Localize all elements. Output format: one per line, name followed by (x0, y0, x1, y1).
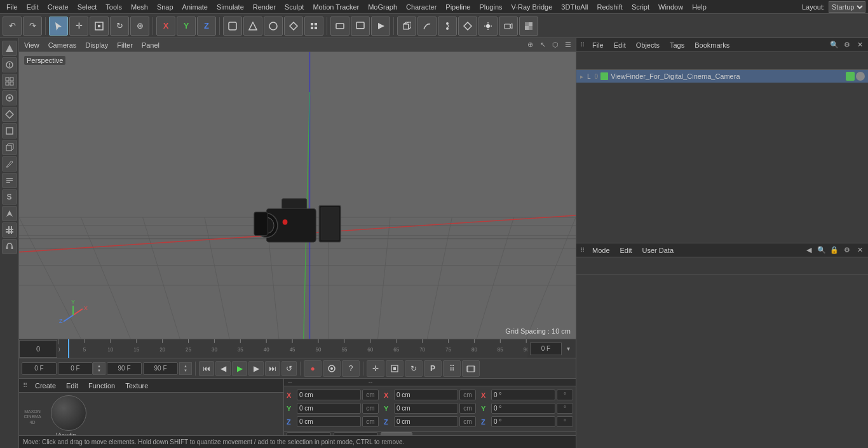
menu-simulate[interactable]: Simulate (213, 2, 248, 12)
coord-x2-input[interactable]: 0 cm (394, 390, 458, 400)
coord-z-unit[interactable]: cm (362, 416, 379, 427)
render-view-button[interactable] (330, 17, 349, 36)
sidebar-btn-magnet[interactable] (2, 239, 17, 254)
attr-settings-icon[interactable]: ⚙ (842, 245, 852, 255)
vertex-mode-button[interactable] (304, 17, 323, 36)
vp-icon-3[interactable]: ⬡ (550, 40, 560, 50)
coord-rx-unit[interactable]: ° (557, 390, 573, 400)
end-frame-spinner[interactable]: ▲ ▼ (179, 362, 192, 375)
obj-vis-green[interactable] (846, 72, 855, 81)
attr-nav-prev[interactable]: ◀ (804, 245, 814, 255)
sidebar-btn-2[interactable] (2, 57, 17, 72)
help-button[interactable]: ? (342, 360, 360, 377)
redo-button[interactable]: ↷ (23, 17, 42, 36)
checker-button[interactable] (519, 17, 538, 36)
attr-menu-edit[interactable]: Edit (618, 245, 635, 255)
menu-redshift[interactable]: Redshift (593, 2, 627, 12)
coord-z-input[interactable]: 0 cm (297, 416, 361, 427)
menu-motion-tracker[interactable]: Motion Tracker (309, 2, 363, 12)
axis-y-button[interactable]: Y (177, 17, 196, 36)
coord-rz-unit[interactable]: ° (557, 416, 573, 427)
menu-file[interactable]: File (3, 2, 22, 12)
attr-close-icon[interactable]: ✕ (855, 245, 865, 255)
coord-x2-unit[interactable]: cm (459, 390, 476, 400)
vp-menu-panel[interactable]: Panel (139, 40, 162, 50)
menu-pipeline[interactable]: Pipeline (442, 2, 474, 12)
record-button[interactable]: ● (304, 360, 322, 377)
next-frame-button[interactable]: ▶ (248, 361, 264, 376)
menu-3dtoall[interactable]: 3DTtoAll (557, 2, 592, 12)
film-button[interactable] (462, 360, 480, 377)
cube-button[interactable] (397, 17, 416, 36)
move-icon-button[interactable]: ✛ (367, 360, 384, 377)
mat-menu-texture[interactable]: Texture (123, 381, 151, 391)
attr-menu-userdata[interactable]: User Data (640, 245, 677, 255)
obj-settings-icon[interactable]: ⚙ (842, 40, 852, 50)
undo-button[interactable]: ↶ (3, 17, 22, 36)
menu-script[interactable]: Script (628, 2, 653, 12)
picture-viewer-button[interactable] (351, 17, 370, 36)
menu-render[interactable]: Render (249, 2, 280, 12)
objects-content[interactable]: ▸ L 0 ViewFinder_For_Digital_Cinema_Came… (576, 70, 868, 243)
obj-menu-objects[interactable]: Objects (634, 40, 662, 50)
vp-menu-filter[interactable]: Filter (114, 40, 135, 50)
object-mode-button[interactable] (223, 17, 242, 36)
menu-edit[interactable]: Edit (23, 2, 43, 12)
coord-y-input[interactable]: 0 cm (297, 403, 361, 414)
edit-mode-button[interactable] (243, 17, 262, 36)
vp-menu-cameras[interactable]: Cameras (46, 40, 79, 50)
light-button[interactable] (478, 17, 498, 36)
mat-menu-function[interactable]: Function (86, 381, 118, 391)
coord-rz-input[interactable]: 0 ° (491, 416, 555, 427)
transport-end-field1[interactable]: 90 F (107, 362, 142, 375)
edge-mode-button[interactable] (284, 17, 303, 36)
transport-start-field[interactable]: 0 F (22, 362, 57, 375)
sidebar-btn-1[interactable] (2, 41, 17, 56)
coord-x-unit[interactable]: cm (362, 390, 379, 400)
obj-expand-icon[interactable]: ▸ (580, 73, 583, 80)
axis-x-button[interactable]: X (156, 17, 175, 36)
obj-menu-file[interactable]: File (590, 40, 606, 50)
vp-icon-4[interactable]: ☰ (563, 40, 573, 50)
sidebar-btn-edit[interactable] (2, 173, 17, 188)
vp-menu-view[interactable]: View (22, 40, 42, 50)
coord-z2-input[interactable]: 0 cm (394, 416, 458, 427)
coord-z2-unit[interactable]: cm (459, 416, 476, 427)
sidebar-btn-poly[interactable] (2, 123, 17, 139)
coord-y-unit[interactable]: cm (362, 403, 379, 414)
coord-y2-input[interactable]: 0 cm (394, 403, 458, 414)
draw-button[interactable] (417, 17, 437, 36)
mat-menu-create[interactable]: Create (32, 381, 58, 391)
coord-ry-input[interactable]: 0 ° (491, 403, 555, 414)
vp-menu-display[interactable]: Display (83, 40, 111, 50)
menu-select[interactable]: Select (74, 2, 101, 12)
move-tool[interactable]: ✛ (69, 17, 88, 36)
sidebar-btn-snap[interactable] (2, 90, 17, 105)
menu-character[interactable]: Character (402, 2, 440, 12)
play-button[interactable]: ▶ (232, 361, 247, 376)
coord-x-input[interactable]: 0 cm (297, 390, 361, 400)
p-button[interactable]: P (424, 360, 442, 377)
menu-help[interactable]: Help (688, 2, 710, 12)
obj-row-viewfinder[interactable]: ▸ L 0 ViewFinder_For_Digital_Cinema_Came… (576, 70, 868, 83)
attr-lock-icon[interactable]: 🔒 (829, 245, 839, 255)
timeline[interactable]: 0 0 5 10 (19, 339, 576, 358)
null-button[interactable] (458, 17, 477, 36)
transport-end-field2[interactable]: 90 F (143, 362, 178, 375)
render-button[interactable] (371, 17, 390, 36)
sidebar-btn-box[interactable] (2, 140, 17, 155)
goto-start-button[interactable]: ⏮ (199, 361, 214, 376)
obj-close-icon[interactable]: ✕ (855, 40, 865, 50)
menu-vray[interactable]: V-Ray Bridge (508, 2, 557, 12)
camera-button[interactable] (499, 17, 518, 36)
timeline-track[interactable]: 0 5 10 15 20 25 (58, 339, 527, 358)
attr-search-icon[interactable]: 🔍 (817, 245, 827, 255)
coord-y2-unit[interactable]: cm (459, 403, 476, 414)
attr-menu-mode[interactable]: Mode (590, 245, 613, 255)
menu-window[interactable]: Window (654, 2, 687, 12)
sidebar-btn-arrow[interactable] (2, 206, 17, 221)
layout-select[interactable]: Startup (829, 1, 865, 13)
axis-z-button[interactable]: Z (197, 17, 216, 36)
menu-mesh[interactable]: Mesh (127, 2, 152, 12)
menu-sculpt[interactable]: Sculpt (281, 2, 308, 12)
